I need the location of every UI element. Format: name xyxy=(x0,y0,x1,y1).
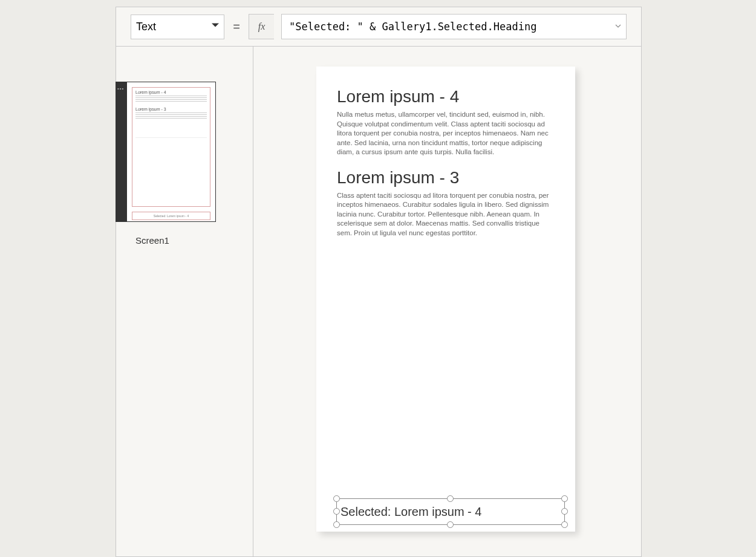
property-dropdown[interactable]: Text xyxy=(131,15,224,39)
resize-handle-icon[interactable] xyxy=(447,521,454,528)
app-window: Text = fx "Selected: " & Gallery1.Select… xyxy=(116,7,642,557)
thumbnail-drag-strip[interactable] xyxy=(116,82,127,221)
resize-handle-icon[interactable] xyxy=(333,495,340,502)
gallery-item[interactable]: Lorem ipsum - 3 Class aptent taciti soci… xyxy=(337,168,555,238)
screen-thumbnail[interactable]: Lorem ipsum - 4 Lorem ipsum - 3 Selected… xyxy=(116,82,216,222)
app-preview: Lorem ipsum - 4 Nulla metus metus, ullam… xyxy=(316,67,575,532)
thumb-selected-label: Selected: Lorem ipsum - 4 xyxy=(132,212,210,220)
resize-handle-icon[interactable] xyxy=(561,508,568,515)
thumb-body-1 xyxy=(135,96,207,103)
workspace: Lorem ipsum - 4 Lorem ipsum - 3 Selected… xyxy=(116,47,641,556)
chevron-down-icon xyxy=(210,21,220,33)
selected-label-control[interactable]: Selected: Lorem ipsum - 4 xyxy=(336,498,565,525)
formula-bar: Text = fx "Selected: " & Gallery1.Select… xyxy=(116,7,641,47)
resize-handle-icon[interactable] xyxy=(333,508,340,515)
resize-handle-icon[interactable] xyxy=(333,521,340,528)
screen-name-label[interactable]: Screen1 xyxy=(135,235,169,246)
canvas-area[interactable]: Lorem ipsum - 4 Nulla metus metus, ullam… xyxy=(253,47,641,556)
equals-label: = xyxy=(232,20,241,34)
thumb-heading-1: Lorem ipsum - 4 xyxy=(135,90,207,94)
formula-input[interactable]: "Selected: " & Gallery1.Selected.Heading xyxy=(281,14,627,39)
expand-formula-icon[interactable] xyxy=(615,22,621,31)
thumb-heading-2: Lorem ipsum - 3 xyxy=(135,107,207,111)
gallery-item-body: Class aptent taciti sociosqu ad litora t… xyxy=(337,191,555,238)
thumb-body-2 xyxy=(135,112,207,120)
resize-handle-icon[interactable] xyxy=(561,495,568,502)
gallery-item-body: Nulla metus metus, ullamcorper vel, tinc… xyxy=(337,110,555,157)
resize-handle-icon[interactable] xyxy=(447,495,454,502)
gallery-item-heading: Lorem ipsum - 4 xyxy=(337,87,555,106)
thumbnail-canvas: Lorem ipsum - 4 Lorem ipsum - 3 Selected… xyxy=(127,82,215,221)
gallery-item-heading: Lorem ipsum - 3 xyxy=(337,168,555,187)
formula-text: "Selected: " & Gallery1.Selected.Heading xyxy=(289,21,536,33)
selected-label-text: Selected: Lorem ipsum - 4 xyxy=(341,505,481,519)
resize-handle-icon[interactable] xyxy=(561,521,568,528)
property-dropdown-value: Text xyxy=(136,21,156,33)
thumbnail-gallery-outline: Lorem ipsum - 4 Lorem ipsum - 3 xyxy=(132,87,210,207)
fx-icon[interactable]: fx xyxy=(249,14,274,39)
screens-panel: Lorem ipsum - 4 Lorem ipsum - 3 Selected… xyxy=(116,47,253,556)
gallery-item[interactable]: Lorem ipsum - 4 Nulla metus metus, ullam… xyxy=(337,87,555,157)
